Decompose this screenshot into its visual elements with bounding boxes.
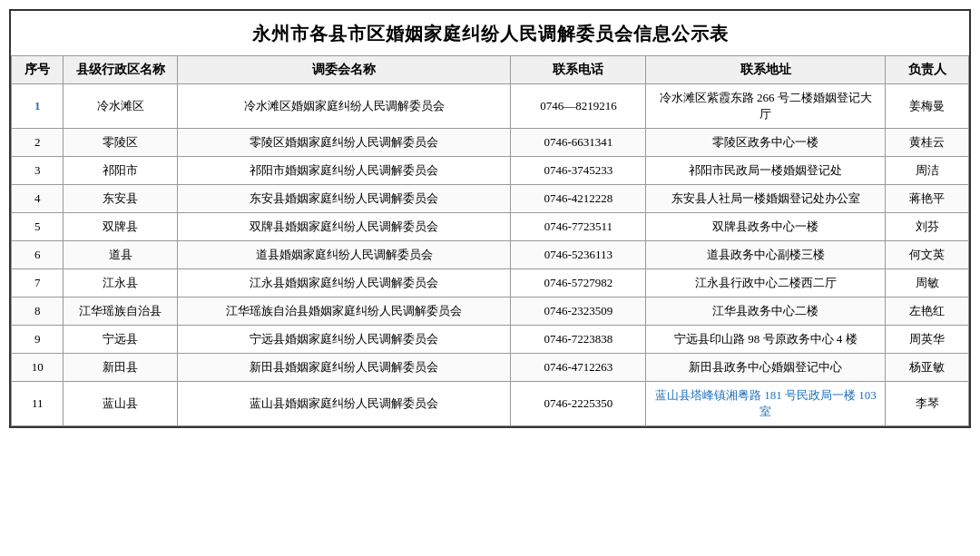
cell-address: 道县政务中心副楼三楼 (646, 241, 886, 269)
cell-district: 江华瑶族自治县 (64, 298, 178, 326)
cell-committee: 道县婚姻家庭纠纷人民调解委员会 (178, 241, 511, 269)
cell-address: 新田县政务中心婚姻登记中心 (646, 354, 886, 382)
cell-district: 新田县 (64, 354, 178, 382)
cell-phone: 0746-5236113 (511, 241, 646, 269)
cell-contact: 何文英 (886, 241, 969, 269)
cell-committee: 新田县婚姻家庭纠纷人民调解委员会 (178, 354, 511, 382)
cell-phone: 0746-7723511 (511, 213, 646, 241)
table-row: 10新田县新田县婚姻家庭纠纷人民调解委员会0746-4712263新田县政务中心… (12, 354, 969, 382)
cell-committee: 祁阳市婚姻家庭纠纷人民调解委员会 (178, 157, 511, 185)
col-header-phone: 联系电话 (511, 56, 646, 84)
cell-district: 蓝山县 (64, 382, 178, 426)
cell-contact: 刘芬 (886, 213, 969, 241)
cell-num: 8 (12, 298, 64, 326)
cell-district: 宁远县 (64, 326, 178, 354)
cell-address: 江永县行政中心二楼西二厅 (646, 269, 886, 298)
cell-address: 江华县政务中心二楼 (646, 298, 886, 326)
cell-committee: 江华瑶族自治县婚姻家庭纠纷人民调解委员会 (178, 298, 511, 326)
cell-num: 3 (12, 157, 64, 185)
cell-num: 7 (12, 269, 64, 298)
cell-phone: 0746-7223838 (511, 326, 646, 354)
cell-committee: 双牌县婚姻家庭纠纷人民调解委员会 (178, 213, 511, 241)
cell-address: 祁阳市民政局一楼婚姻登记处 (646, 157, 886, 185)
table-header-row: 序号 县级行政区名称 调委会名称 联系电话 联系地址 负责人 (12, 56, 969, 84)
cell-phone: 0746-5727982 (511, 269, 646, 298)
cell-phone: 0746-4212228 (511, 185, 646, 213)
page-title: 永州市各县市区婚姻家庭纠纷人民调解委员会信息公示表 (11, 11, 969, 55)
cell-district: 祁阳市 (64, 157, 178, 185)
cell-contact: 蒋艳平 (886, 185, 969, 213)
cell-committee: 蓝山县婚姻家庭纠纷人民调解委员会 (178, 382, 511, 426)
cell-district: 东安县 (64, 185, 178, 213)
cell-contact: 李琴 (886, 382, 969, 426)
table-row: 2零陵区零陵区婚姻家庭纠纷人民调解委员会0746-6631341零陵区政务中心一… (12, 129, 969, 157)
cell-phone: 0746-2225350 (511, 382, 646, 426)
table-row: 7江永县江永县婚姻家庭纠纷人民调解委员会0746-5727982江永县行政中心二… (12, 269, 969, 298)
cell-contact: 黄桂云 (886, 129, 969, 157)
col-header-address: 联系地址 (646, 56, 886, 84)
cell-committee: 零陵区婚姻家庭纠纷人民调解委员会 (178, 129, 511, 157)
cell-phone: 0746-3745233 (511, 157, 646, 185)
cell-phone: 0746-4712263 (511, 354, 646, 382)
table-row: 5双牌县双牌县婚姻家庭纠纷人民调解委员会0746-7723511双牌县政务中心一… (12, 213, 969, 241)
table-body: 1冷水滩区冷水滩区婚姻家庭纠纷人民调解委员会0746—8219216冷水滩区紫霞… (12, 84, 969, 426)
cell-contact: 周敏 (886, 269, 969, 298)
table-row: 6道县道县婚姻家庭纠纷人民调解委员会0746-5236113道县政务中心副楼三楼… (12, 241, 969, 269)
table-row: 4东安县东安县婚姻家庭纠纷人民调解委员会0746-4212228东安县人社局一楼… (12, 185, 969, 213)
cell-committee: 东安县婚姻家庭纠纷人民调解委员会 (178, 185, 511, 213)
cell-district: 零陵区 (64, 129, 178, 157)
cell-num: 1 (12, 84, 64, 129)
cell-address: 零陵区政务中心一楼 (646, 129, 886, 157)
cell-district: 冷水滩区 (64, 84, 178, 129)
cell-num: 6 (12, 241, 64, 269)
cell-committee: 宁远县婚姻家庭纠纷人民调解委员会 (178, 326, 511, 354)
cell-committee: 冷水滩区婚姻家庭纠纷人民调解委员会 (178, 84, 511, 129)
cell-phone: 0746-6631341 (511, 129, 646, 157)
cell-district: 双牌县 (64, 213, 178, 241)
cell-num: 2 (12, 129, 64, 157)
cell-address: 冷水滩区紫霞东路 266 号二楼婚姻登记大厅 (646, 84, 886, 129)
cell-address: 宁远县印山路 98 号原政务中心 4 楼 (646, 326, 886, 354)
cell-contact: 周洁 (886, 157, 969, 185)
cell-contact: 左艳红 (886, 298, 969, 326)
cell-num: 10 (12, 354, 64, 382)
cell-contact: 杨亚敏 (886, 354, 969, 382)
table-row: 8江华瑶族自治县江华瑶族自治县婚姻家庭纠纷人民调解委员会0746-2323509… (12, 298, 969, 326)
data-table: 序号 县级行政区名称 调委会名称 联系电话 联系地址 负责人 1冷水滩区冷水滩区… (11, 55, 969, 426)
col-header-district: 县级行政区名称 (64, 56, 178, 84)
cell-address: 东安县人社局一楼婚姻登记处办公室 (646, 185, 886, 213)
main-container: 永州市各县市区婚姻家庭纠纷人民调解委员会信息公示表 序号 县级行政区名称 调委会… (9, 9, 971, 428)
cell-contact: 周英华 (886, 326, 969, 354)
cell-address: 蓝山县塔峰镇湘粤路 181 号民政局一楼 103 室 (646, 382, 886, 426)
cell-num: 4 (12, 185, 64, 213)
col-header-num: 序号 (12, 56, 64, 84)
cell-num: 11 (12, 382, 64, 426)
cell-address: 双牌县政务中心一楼 (646, 213, 886, 241)
cell-district: 道县 (64, 241, 178, 269)
col-header-contact: 负责人 (886, 56, 969, 84)
cell-phone: 0746-2323509 (511, 298, 646, 326)
cell-num: 9 (12, 326, 64, 354)
col-header-committee: 调委会名称 (178, 56, 511, 84)
table-row: 9宁远县宁远县婚姻家庭纠纷人民调解委员会0746-7223838宁远县印山路 9… (12, 326, 969, 354)
table-row: 11蓝山县蓝山县婚姻家庭纠纷人民调解委员会0746-2225350蓝山县塔峰镇湘… (12, 382, 969, 426)
table-row: 3祁阳市祁阳市婚姻家庭纠纷人民调解委员会0746-3745233祁阳市民政局一楼… (12, 157, 969, 185)
table-row: 1冷水滩区冷水滩区婚姻家庭纠纷人民调解委员会0746—8219216冷水滩区紫霞… (12, 84, 969, 129)
cell-district: 江永县 (64, 269, 178, 298)
cell-phone: 0746—8219216 (511, 84, 646, 129)
cell-contact: 姜梅曼 (886, 84, 969, 129)
cell-committee: 江永县婚姻家庭纠纷人民调解委员会 (178, 269, 511, 298)
cell-num: 5 (12, 213, 64, 241)
